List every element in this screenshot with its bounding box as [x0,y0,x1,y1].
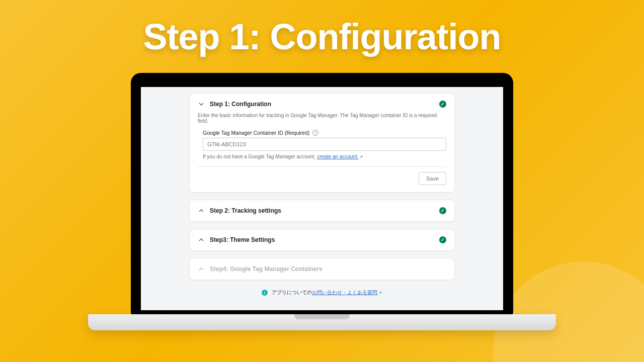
app-page: Step 1: Configuration ✓ Enter the basic … [141,87,503,302]
card-step2: Step 2: Tracking settings ✓ [189,200,455,222]
external-link-icon: ↗ [359,154,363,159]
laptop-mockup: Step 1: Configuration ✓ Enter the basic … [131,73,513,316]
card-step4-title: Step4: Google Tag Manager Containers [210,265,446,273]
divider [198,166,446,167]
laptop-base [88,314,556,330]
card-step3-header[interactable]: Step3: Theme Settings ✓ [190,229,454,250]
card-step1-header[interactable]: Step 1: Configuration ✓ [190,94,454,113]
container-id-hint: If you do not have a Google Tag Manager … [203,154,446,159]
app-screen: Step 1: Configuration ✓ Enter the basic … [141,87,503,310]
card-step3-title: Step3: Theme Settings [210,236,439,243]
hint-prefix: If you do not have a Google Tag Manager … [203,154,317,159]
container-id-label-text: Google Tag Manager Container ID (Require… [203,130,309,136]
footer-link[interactable]: お問い合わせ・よくある質問 [312,290,377,295]
status-complete-icon: ✓ [439,207,446,214]
card-step4: Step4: Google Tag Manager Containers [189,258,455,280]
external-link-icon: ↗ [378,290,382,295]
laptop-notch [294,314,350,319]
save-button[interactable]: Save [419,172,446,185]
card-step1: Step 1: Configuration ✓ Enter the basic … [189,93,455,193]
card-step2-title: Step 2: Tracking settings [210,207,439,214]
chevron-up-icon [198,236,205,243]
info-icon: i [262,290,268,296]
create-account-link[interactable]: create an account. [317,154,358,159]
step1-description: Enter the basic information for tracking… [198,113,446,124]
card-step2-header[interactable]: Step 2: Tracking settings ✓ [190,200,454,221]
step1-actions: Save [198,172,446,185]
card-step3: Step3: Theme Settings ✓ [189,229,455,251]
container-id-input[interactable] [203,138,446,151]
status-complete-icon: ✓ [439,236,446,243]
footer-prefix: アプリについての [272,290,312,295]
card-step1-body: Enter the basic information for tracking… [190,113,454,192]
chevron-down-icon [198,101,205,108]
chevron-up-icon [198,265,205,273]
app-footer: i アプリについてのお問い合わせ・よくある質問↗ [189,289,455,296]
help-icon[interactable]: ? [312,130,318,136]
container-id-label: Google Tag Manager Container ID (Require… [203,130,446,136]
chevron-up-icon [198,207,205,214]
card-step4-header: Step4: Google Tag Manager Containers [190,258,454,280]
card-step1-title: Step 1: Configuration [210,101,439,108]
laptop-frame: Step 1: Configuration ✓ Enter the basic … [131,73,513,316]
bg-decor-circle [493,261,644,362]
page-hero-title: Step 1: Configuration [0,16,644,57]
status-complete-icon: ✓ [439,101,446,108]
